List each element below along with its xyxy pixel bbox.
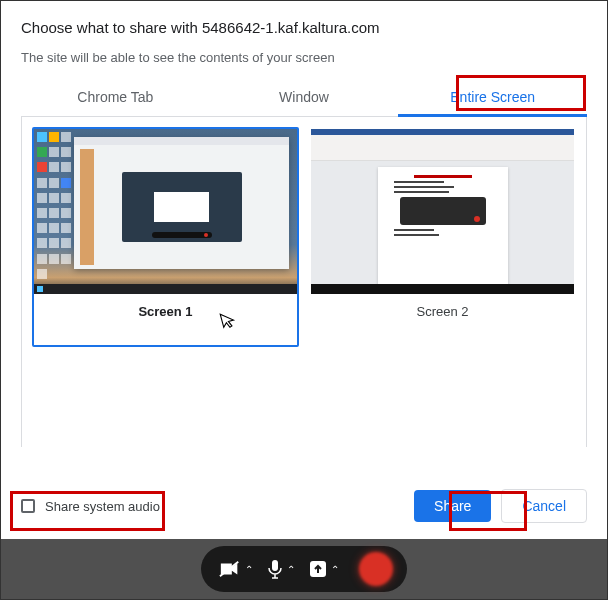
chevron-up-icon: ⌃ [287, 564, 295, 575]
screen-card-2[interactable]: Screen 2 [309, 127, 576, 347]
dialog-buttons: Share Cancel [414, 489, 587, 523]
screens-list: Screen 1 [21, 117, 587, 357]
share-screen-dialog: Choose what to share with 5486642-1.kaf.… [1, 1, 607, 541]
chevron-up-icon: ⌃ [331, 564, 339, 575]
screen-share-toggle[interactable]: ⌃ [309, 560, 339, 578]
tab-entire-screen[interactable]: Entire Screen [398, 79, 587, 116]
screen-label-2: Screen 2 [311, 294, 574, 329]
screen-thumbnail-1 [34, 129, 297, 294]
svg-rect-1 [272, 560, 278, 571]
share-button[interactable]: Share [414, 490, 491, 522]
dialog-footer: Share system audio Share Cancel [21, 489, 587, 523]
chevron-up-icon: ⌃ [245, 564, 253, 575]
screen-label-1: Screen 1 [34, 294, 297, 329]
recording-toolbar: ⌃ ⌃ ⌃ [1, 539, 607, 599]
tab-window[interactable]: Window [210, 79, 399, 116]
tab-bar: Chrome Tab Window Entire Screen [21, 79, 587, 117]
spacer [21, 357, 587, 447]
cancel-button[interactable]: Cancel [501, 489, 587, 523]
screen-card-1[interactable]: Screen 1 [32, 127, 299, 347]
control-pill: ⌃ ⌃ ⌃ [201, 546, 407, 592]
dialog-title: Choose what to share with 5486642-1.kaf.… [21, 19, 587, 36]
screen-thumbnail-2 [311, 129, 574, 294]
mic-toggle[interactable]: ⌃ [267, 559, 295, 579]
share-audio-checkbox[interactable]: Share system audio [21, 499, 160, 514]
camera-toggle[interactable]: ⌃ [219, 560, 253, 578]
record-button[interactable] [359, 552, 393, 586]
dialog-subtitle: The site will be able to see the content… [21, 50, 587, 65]
tab-chrome-tab[interactable]: Chrome Tab [21, 79, 210, 116]
checkbox-box [21, 499, 35, 513]
share-audio-label: Share system audio [45, 499, 160, 514]
